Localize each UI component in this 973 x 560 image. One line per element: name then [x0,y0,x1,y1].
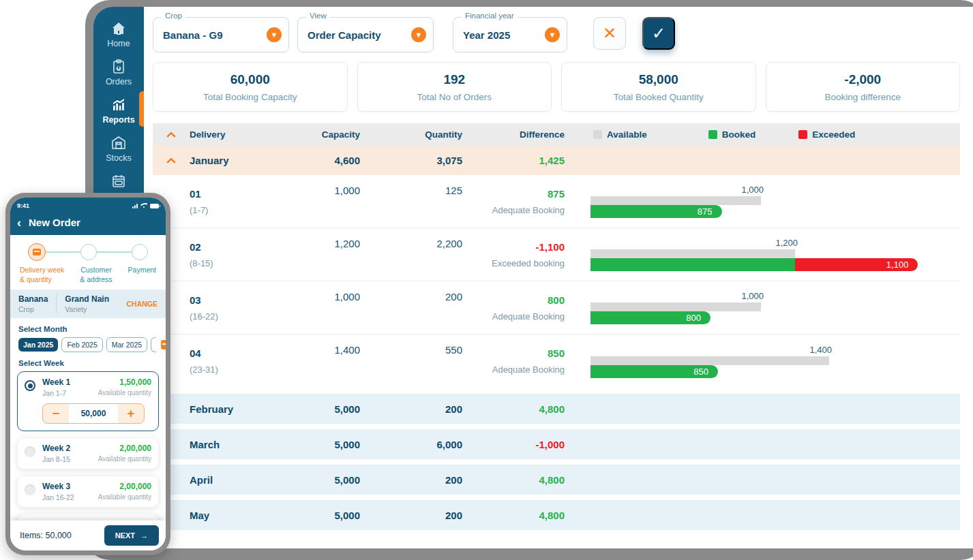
month-pill-feb[interactable]: Feb 2025 [61,337,102,352]
chevron-down-icon: ▼ [411,27,426,42]
quantity-stepper: − 50,000 + [42,403,145,424]
capacity-bar-chart: 1,000 800 [590,291,960,324]
month-pill-jan[interactable]: Jan 2025 [18,338,58,352]
card-booking-difference: -2,000 Booking difference [766,62,961,112]
card-value: 60,000 [230,72,270,87]
plus-button[interactable]: + [118,404,144,423]
month-row-may[interactable]: May 5,000 200 4,800 [153,500,960,530]
week-row-02: 02(8-15) 1,200 2,200 -1,100Exceeded book… [153,228,960,281]
bar-capacity-label: 1,200 [590,238,798,248]
month-row-january[interactable]: January 4,600 3,075 1,425 [153,146,960,175]
sidebar-item-orders[interactable]: Orders [93,57,144,88]
next-button[interactable]: NEXT → [104,525,159,546]
calendar-icon[interactable] [161,340,166,349]
crop-field: Banana Crop [18,294,48,313]
reports-chart-icon [110,97,127,113]
legend-available: Available [593,129,647,140]
exceeded-swatch [798,130,807,139]
radio-unselected-icon[interactable] [25,484,35,495]
booked-bar [590,258,795,271]
month-row-april[interactable]: April 5,000 200 4,800 [153,465,960,495]
radio-selected-icon[interactable] [25,380,35,391]
step-customer-address[interactable] [80,244,97,260]
sidebar-item-home[interactable]: Home [93,19,144,50]
available-swatch [593,130,602,139]
filter-bar: Crop Banana - G9 ▼ View Order Capacity ▼… [153,17,960,52]
status-bar: 9:41 [17,201,159,211]
change-button[interactable]: CHANGE [126,300,158,308]
collapse-chevron-icon[interactable] [166,157,176,166]
step-label-delivery: Delivery week& quantity [20,265,64,284]
table-header: Delivery Capacity Quantity Difference Av… [153,123,960,146]
card-value: 58,000 [639,72,678,87]
sidebar-item-label: Orders [106,77,132,87]
view-select-value: Order Capacity [308,29,381,41]
view-select-label: View [306,12,330,20]
crop-select-value: Banana - G9 [163,29,223,41]
week-card-2[interactable]: Week 2Jan 8-15 2,00,000Available quantit… [17,437,159,469]
available-bar [590,356,829,365]
view-select[interactable]: View Order Capacity ▼ [297,17,434,52]
main-content: Crop Banana - G9 ▼ View Order Capacity ▼… [144,7,973,548]
sidebar-item-label: Reports [102,115,134,125]
booked-bar: 850 [590,365,718,378]
sort-chevron-icon[interactable] [166,131,176,140]
capacity-bar-chart: 1,000 875 [590,185,960,218]
capacity-bar-chart: 1,200 1,100 [590,238,960,271]
phone-page-title: New Order [29,217,80,228]
step-label-payment: Payment [128,265,156,284]
bar-capacity-label: 1,400 [590,345,832,355]
check-icon: ✓ [652,24,665,43]
chevron-down-icon: ▼ [545,27,560,42]
card-value: -2,000 [844,72,881,87]
production-calendar-icon [110,173,127,189]
variety-field: Grand Nain Variety [65,294,109,313]
arrow-right-icon: → [140,531,148,540]
step-payment[interactable] [132,244,148,260]
card-total-orders: 192 Total No of Orders [357,62,552,112]
card-label: Total Booking Capacity [203,92,297,102]
bar-capacity-label: 1,000 [590,185,764,195]
step-connector [46,251,80,253]
available-bar [590,302,761,311]
order-stepper: Delivery week& quantity Customer& addres… [10,235,166,290]
capacity-table: Delivery Capacity Quantity Difference Av… [153,123,960,530]
card-label: Booking difference [824,92,901,102]
month-pill-partial[interactable]: . [151,337,156,352]
crop-select[interactable]: Crop Banana - G9 ▼ [153,17,289,52]
financial-year-select[interactable]: Financial year Year 2025 ▼ [453,17,567,52]
bar-capacity-label: 1,000 [590,291,764,301]
sidebar-item-reports[interactable]: Reports [93,95,144,126]
quantity-value[interactable]: 50,000 [69,404,118,423]
cancel-button[interactable]: ✕ [593,17,626,50]
available-bar [590,196,761,205]
week-row-03: 03(16-22) 1,000 200 800Adequate Booking … [153,281,960,335]
back-chevron-icon[interactable]: ‹ [17,218,21,228]
sidebar-item-stocks[interactable]: Stocks [93,134,144,164]
month-row-february[interactable]: February 5,000 200 4,800 [153,394,960,424]
phone-footer: Items: 50,000 NEXT → [10,520,166,550]
minus-button[interactable]: − [43,404,69,423]
month-pill-mar[interactable]: Mar 2025 [106,337,147,352]
week-row-01: 01(1-7) 1,000 125 875Adequate Booking 1,… [153,175,960,228]
booked-bar: 800 [590,311,710,324]
radio-unselected-icon[interactable] [25,446,35,457]
orders-clipboard-icon [110,59,127,75]
card-label: Total No of Orders [417,92,492,102]
week-card-1[interactable]: Week 1Jan 1-7 1,50,000Available quantity… [17,371,159,431]
crop-summary-bar: Banana Crop Grand Nain Variety CHANGE [10,290,166,318]
divider [56,294,57,313]
active-indicator [139,91,144,127]
col-delivery: Delivery [190,129,269,140]
week-card-3[interactable]: Week 3Jan 16-22 2,00,000Available quanti… [17,476,159,508]
booked-bar: 875 [590,205,722,218]
confirm-button[interactable]: ✓ [642,17,675,50]
month-row-march[interactable]: March 5,000 6,000 -1,000 [153,429,960,459]
financial-year-label: Financial year [462,12,518,20]
step-delivery-week[interactable] [28,243,46,261]
card-label: Total Booked Quantity [614,92,704,102]
col-capacity: Capacity [269,129,360,140]
bar-legend: Available Booked Exceeded [565,129,960,140]
legend-booked: Booked [708,129,756,140]
phone-header: 9:41 ‹ New Order [10,198,166,235]
